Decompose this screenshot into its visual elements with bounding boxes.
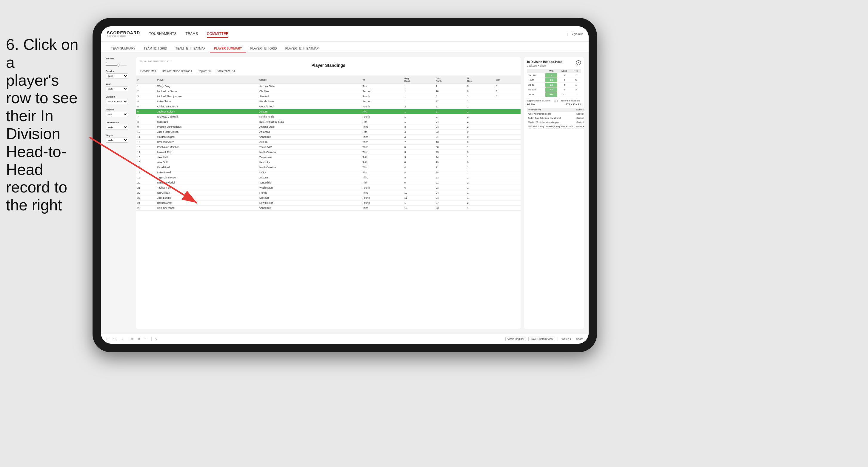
cell-player: Tiger Christensen <box>156 175 258 180</box>
table-row[interactable]: 18 Luke Powell UCLA First 4 24 1 <box>136 170 521 175</box>
paste-button[interactable]: ⊕ <box>137 337 142 341</box>
cell-rds: 1 <box>466 195 495 200</box>
cell-school: UCLA <box>258 170 361 175</box>
cell-school: Auburn <box>258 109 361 114</box>
table-row[interactable]: 4 Luke Claton Florida State Second 1 27 … <box>136 99 521 104</box>
table-row[interactable]: 9 Preston Summerhays Arizona State Third… <box>136 124 521 129</box>
filter-conference-select[interactable]: (All) <box>106 125 128 130</box>
table-row[interactable]: 14 Maxwell Ford North Carolina Third 3 2… <box>136 150 521 155</box>
table-row[interactable]: 13 Phichakun Maichon Texas A&M Third 6 3… <box>136 145 521 150</box>
table-row[interactable]: 12 Brendan Valles Auburn Third 7 13 0 <box>136 139 521 145</box>
table-row[interactable]: 7 Nicholas Gabrelcik North Florida Fourt… <box>136 114 521 119</box>
h2h-close-button[interactable]: × <box>576 60 581 65</box>
cell-rds: 2 <box>466 104 495 109</box>
nav-links: TOURNAMENTS TEAMS COMMITTEE <box>149 30 567 38</box>
filter-player-select[interactable]: (All) <box>106 137 128 143</box>
bottom-toolbar: ↩ ↪ → ⊕ ⊕ ⋯ ↻ View: Original Save Custom… <box>101 334 589 344</box>
cell-rds: 0 <box>466 150 495 155</box>
cell-reg: 3 <box>403 150 435 155</box>
h2h-label: 11-25 <box>527 78 545 83</box>
cell-win <box>495 139 521 145</box>
table-row[interactable]: 6 Jackson Koivun Auburn First 1 27 2 <box>136 109 521 114</box>
table-row[interactable]: 15 Jake Hall Tennessee Fifth 3 24 1 <box>136 155 521 160</box>
filter-player: Player (All) <box>106 134 132 143</box>
table-row[interactable]: 21 Taehoon Song Washington Fourth 6 23 1 <box>136 185 521 190</box>
h2h-win: 8 <box>545 73 557 78</box>
cell-yr: Third <box>361 150 403 155</box>
nav-committee[interactable]: COMMITTEE <box>207 30 228 38</box>
cell-player: Phichakun Maichon <box>156 145 258 150</box>
table-row[interactable]: 1 Wenyi Ding Arizona State First 1 1 8 1 <box>136 84 521 89</box>
standings-conference: Conference: All <box>217 69 235 72</box>
copy-button[interactable]: ⊕ <box>129 337 134 341</box>
subnav-player-h2h-grid[interactable]: PLAYER H2H GRID <box>246 45 281 53</box>
cell-player: Alex Goff <box>156 160 258 165</box>
cell-rds: 0 <box>466 139 495 145</box>
table-row[interactable]: 19 Tiger Christensen Arizona Third 8 23 … <box>136 175 521 180</box>
subnav-team-h2h-grid[interactable]: TEAM H2H GRID <box>140 45 171 53</box>
tablet-screen: SCOREBOARD Powered by clippi TOURNAMENTS… <box>101 26 589 344</box>
nav-tournaments[interactable]: TOURNAMENTS <box>149 30 177 38</box>
cell-win <box>495 206 521 211</box>
cell-win <box>495 175 521 180</box>
cell-yr: Third <box>361 175 403 180</box>
cell-yr: Fifth <box>361 180 403 185</box>
cell-player: Luke Powell <box>156 170 258 175</box>
cell-reg: 4 <box>403 134 435 139</box>
subnav-player-h2h-heatmap[interactable]: PLAYER H2H HEATMAP <box>281 45 323 53</box>
redo-button[interactable]: ↪ <box>112 337 117 341</box>
sign-out-button[interactable]: Sign out <box>571 32 583 36</box>
standings-meta: Gender: Men Division: NCAA Division I Re… <box>140 69 516 72</box>
tourney-name: Amer Ari Intercollegiate <box>527 112 576 116</box>
filter-year-select[interactable]: (All) <box>106 86 128 91</box>
table-row[interactable]: 16 Alex Goff Kentucky Fifth 8 19 0 <box>136 160 521 165</box>
cell-reg: 4 <box>403 129 435 134</box>
cell-yr: Fourth <box>361 185 403 190</box>
filter-region-select[interactable]: N/a <box>106 112 128 117</box>
save-custom-button[interactable]: Save Custom View <box>528 337 555 341</box>
table-row[interactable]: 2 Michael La Sasse Ole Miss Second 1 10 … <box>136 89 521 94</box>
player-standings-table: # Player School Yr RegRank ConfRank No.R… <box>136 76 521 211</box>
tourney-name: Fallen Oak Collegiate Invitational <box>527 116 576 120</box>
subnav-team-summary[interactable]: TEAM SUMMARY <box>107 45 140 53</box>
table-row[interactable]: 5 Christo Lamprecht Georgia Tech Fourth … <box>136 104 521 109</box>
undo-button[interactable]: ↩ <box>105 337 110 341</box>
slider-track[interactable] <box>106 65 127 66</box>
cell-reg: 1 <box>403 119 435 124</box>
table-row[interactable]: 22 Ian Gilligan Florida Third 10 24 1 <box>136 190 521 195</box>
subnav-team-h2h-heatmap[interactable]: TEAM H2H HEATMAP <box>171 45 210 53</box>
table-row[interactable]: 17 David Ford North Carolina Third 4 21 … <box>136 165 521 170</box>
nav-teams[interactable]: TEAMS <box>186 30 198 38</box>
filter-gender-select[interactable]: Men <box>106 73 128 79</box>
cell-player: Christo Lamprecht <box>156 104 258 109</box>
refresh-button[interactable]: ↻ <box>154 337 159 341</box>
wlt-record: 674 - 33 - 12 <box>566 103 581 106</box>
share-button[interactable]: Share <box>575 337 584 341</box>
subnav-player-summary[interactable]: PLAYER SUMMARY <box>210 45 246 53</box>
cell-player: Mats Ege <box>156 119 258 124</box>
tourney-type: Stroke Play <box>576 120 584 124</box>
forward-button[interactable]: → <box>119 337 124 341</box>
watch-button[interactable]: Watch ▾ <box>560 337 572 341</box>
standings-region: Region: All <box>198 69 211 72</box>
more-button[interactable]: ⋯ <box>144 337 149 341</box>
table-row[interactable]: 24 Bastien Amat New Mexico Fourth 1 27 2 <box>136 200 521 206</box>
table-row[interactable]: 8 Mats Ege East Tennessee State Fifth 1 … <box>136 119 521 124</box>
table-row[interactable]: 11 Gordon Sargent Vanderbilt Third 4 21 … <box>136 134 521 139</box>
table-row[interactable]: 10 Jacob Mou-Olesen Arkansas Fifth 4 23 … <box>136 129 521 134</box>
cell-rds: 1 <box>466 145 495 150</box>
view-original-button[interactable]: View: Original <box>505 337 526 341</box>
table-row[interactable]: 23 Jack Lundin Missouri Fourth 11 24 1 <box>136 195 521 200</box>
cell-win <box>495 129 521 134</box>
table-row[interactable]: 25 Cole Sherwood Vanderbilt Third 12 23 … <box>136 206 521 211</box>
filter-conference-label: Conference <box>106 121 132 124</box>
nav-pipe: | <box>567 32 568 36</box>
cell-reg: 5 <box>403 180 435 185</box>
col-win: Win <box>495 76 521 84</box>
cell-player: Nicholas Gabrelcik <box>156 114 258 119</box>
table-row[interactable]: 20 Matthew Riedel Vanderbilt Fifth 5 21 … <box>136 180 521 185</box>
cell-num: 5 <box>136 104 156 109</box>
filter-division-select[interactable]: NCAA Division I <box>106 99 128 104</box>
table-row[interactable]: 3 Michael Thorbjornsen Stanford Fourth 1… <box>136 94 521 99</box>
cell-conf: 24 <box>435 119 466 124</box>
